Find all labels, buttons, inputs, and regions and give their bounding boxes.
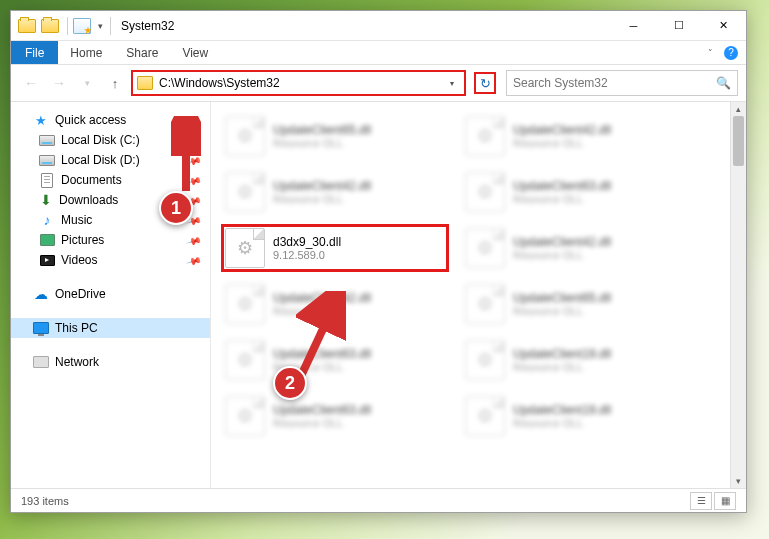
file-subtitle: 9.12.589.0	[273, 249, 341, 261]
qat-chevron-icon[interactable]: ▾	[98, 21, 103, 31]
address-bar[interactable]: C:\Windows\System32 ▾	[131, 70, 466, 96]
file-name: UpdateClient19.dll	[513, 403, 611, 417]
address-text[interactable]: C:\Windows\System32	[159, 76, 444, 90]
address-dropdown-icon[interactable]: ▾	[450, 79, 454, 88]
file-item[interactable]: ⚙ UpdateClient42.dll Resource DLL	[221, 168, 449, 216]
dll-file-icon: ⚙	[225, 228, 265, 268]
maximize-button[interactable]: ☐	[656, 11, 701, 40]
file-item[interactable]: ⚙ UpdateClient19.dll Resource DLL	[461, 336, 689, 384]
quick-access[interactable]: ★ Quick access	[11, 110, 210, 130]
file-item[interactable]: ⚙ UpdateClient19.dll Resource DLL	[461, 392, 689, 440]
file-subtitle: Resource DLL	[513, 417, 611, 429]
sidebar-item-pictures[interactable]: Pictures 📌	[11, 230, 210, 250]
recent-dropdown[interactable]: ▾	[75, 71, 99, 95]
file-name: UpdateClient65.dll	[513, 291, 611, 305]
onedrive-icon: ☁	[33, 286, 49, 302]
dll-file-icon: ⚙	[465, 284, 505, 324]
file-item[interactable]: ⚙ d3dx9_30.dll 9.12.589.0	[221, 224, 449, 272]
file-subtitle: Resource DLL	[513, 361, 611, 373]
callout-number: 1	[159, 191, 193, 225]
file-subtitle: Resource DLL	[273, 305, 371, 317]
back-button[interactable]: ←	[19, 71, 43, 95]
star-icon: ★	[33, 112, 49, 128]
file-name: UpdateClient42.dll	[273, 179, 371, 193]
dll-file-icon: ⚙	[465, 172, 505, 212]
tab-share[interactable]: Share	[114, 41, 170, 64]
file-item[interactable]: ⚙ UpdateClient42.dll Resource DLL	[221, 280, 449, 328]
file-info: UpdateClient42.dll Resource DLL	[513, 123, 611, 149]
sidebar-item-label: Local Disk (C:)	[61, 133, 140, 147]
download-icon: ⬇	[39, 193, 53, 207]
file-subtitle: Resource DLL	[273, 137, 371, 149]
file-name: UpdateClient63.dll	[273, 403, 371, 417]
file-name: UpdateClient63.dll	[513, 179, 611, 193]
tab-view[interactable]: View	[170, 41, 220, 64]
dll-file-icon: ⚙	[225, 172, 265, 212]
forward-button[interactable]: →	[47, 71, 71, 95]
sidebar-item-label: Music	[61, 213, 92, 227]
sidebar-onedrive[interactable]: ☁ OneDrive	[11, 284, 210, 304]
help-icon[interactable]: ?	[724, 46, 738, 60]
scroll-down-button[interactable]: ▾	[731, 474, 746, 488]
icons-view-button[interactable]: ▦	[714, 492, 736, 510]
sidebar-item-label: Local Disk (D:)	[61, 153, 140, 167]
sidebar-this-pc[interactable]: This PC	[11, 318, 210, 338]
file-tab[interactable]: File	[11, 41, 58, 64]
sidebar-network[interactable]: Network	[11, 352, 210, 372]
file-info: UpdateClient19.dll Resource DLL	[513, 347, 611, 373]
ribbon-collapse-icon[interactable]: ˅	[708, 48, 713, 58]
close-button[interactable]: ✕	[701, 11, 746, 40]
sidebar-item-videos[interactable]: Videos 📌	[11, 250, 210, 270]
file-item[interactable]: ⚙ UpdateClient63.dll Resource DLL	[221, 392, 449, 440]
file-name: UpdateClient63.dll	[273, 347, 371, 361]
annotation-callout-1: 1	[159, 191, 193, 225]
file-name: UpdateClient65.dll	[273, 123, 371, 137]
file-item[interactable]: ⚙ UpdateClient63.dll Resource DLL	[221, 336, 449, 384]
pin-icon: 📌	[186, 232, 202, 248]
file-item[interactable]: ⚙ UpdateClient63.dll Resource DLL	[461, 168, 689, 216]
callout-number: 2	[273, 366, 307, 400]
document-icon	[39, 172, 55, 188]
file-item[interactable]: ⚙ UpdateClient65.dll Resource DLL	[461, 280, 689, 328]
file-name: UpdateClient42.dll	[273, 291, 371, 305]
dll-file-icon: ⚙	[465, 116, 505, 156]
file-item[interactable]: ⚙ UpdateClient65.dll Resource DLL	[221, 112, 449, 160]
dll-file-icon: ⚙	[465, 340, 505, 380]
dll-file-icon: ⚙	[465, 396, 505, 436]
qat-divider-2	[110, 17, 111, 35]
file-list[interactable]: ⚙ UpdateClient65.dll Resource DLL ⚙ Upda…	[211, 102, 746, 488]
file-info: UpdateClient65.dll Resource DLL	[513, 291, 611, 317]
refresh-button[interactable]: ↻	[474, 72, 496, 94]
up-button[interactable]: ↑	[103, 71, 127, 95]
file-subtitle: Resource DLL	[513, 137, 611, 149]
file-subtitle: Resource DLL	[273, 417, 371, 429]
pc-icon	[33, 320, 49, 336]
navigation-bar: ← → ▾ ↑ C:\Windows\System32 ▾ ↻ 🔍	[11, 65, 746, 101]
file-info: UpdateClient42.dll Resource DLL	[273, 179, 371, 205]
file-item[interactable]: ⚙ UpdateClient42.dll Resource DLL	[461, 112, 689, 160]
search-icon[interactable]: 🔍	[716, 76, 731, 90]
file-subtitle: Resource DLL	[513, 193, 611, 205]
minimize-button[interactable]: ─	[611, 11, 656, 40]
file-item[interactable]: ⚙ UpdateClient42.dll Resource DLL	[461, 224, 689, 272]
scrollbar[interactable]: ▴ ▾	[730, 102, 746, 488]
window-title: System32	[121, 19, 174, 33]
sidebar-item-label: Network	[55, 355, 99, 369]
search-input[interactable]	[513, 76, 716, 90]
file-info: d3dx9_30.dll 9.12.589.0	[273, 235, 341, 261]
tab-home[interactable]: Home	[58, 41, 114, 64]
sidebar-item-label: Documents	[61, 173, 122, 187]
annotation-callout-2: 2	[273, 366, 307, 400]
details-view-button[interactable]: ☰	[690, 492, 712, 510]
sidebar-item-disk-d[interactable]: Local Disk (D:) 📌	[11, 150, 210, 170]
sidebar-item-documents[interactable]: Documents 📌	[11, 170, 210, 190]
folder-icon	[17, 16, 37, 36]
file-info: UpdateClient63.dll Resource DLL	[273, 403, 371, 429]
properties-icon[interactable]	[72, 16, 92, 36]
scroll-thumb[interactable]	[733, 116, 744, 166]
pin-icon: 📌	[186, 172, 202, 188]
scroll-up-button[interactable]: ▴	[731, 102, 746, 116]
sidebar-item-disk-c[interactable]: Local Disk (C:) 📌	[11, 130, 210, 150]
search-box[interactable]: 🔍	[506, 70, 738, 96]
quick-access-label: Quick access	[55, 113, 126, 127]
